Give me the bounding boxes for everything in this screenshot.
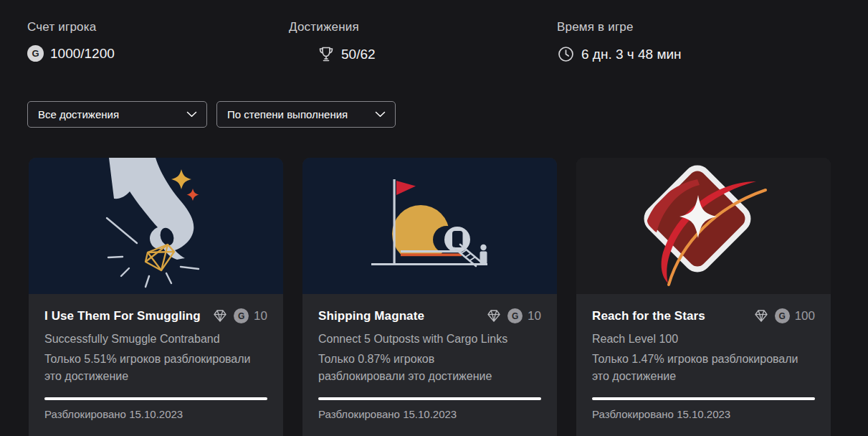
achievement-rarity: Только 0.87% игроков разблокировали это …	[318, 351, 541, 385]
rare-achievement-icon	[213, 309, 227, 323]
stat-gamerscore-value: 1000/1200	[50, 46, 115, 62]
achievement-card-body: Reach for the Stars G 100 Reach Level 10…	[576, 294, 831, 420]
rare-achievement-icon	[487, 309, 501, 323]
filters-row: Все достижения По степени выполнения	[27, 101, 396, 128]
achievement-rarity: Только 5.51% игроков разблокировали это …	[44, 351, 267, 385]
gamerscore-icon: G	[775, 308, 790, 323]
rarity-line-1: Только 5.51% игроков разблокировали	[44, 351, 267, 368]
achievements-page: Счет игрока G 1000/1200 Достижения	[0, 0, 868, 436]
achievement-card-body: I Use Them For Smuggling G 10 Successful…	[29, 294, 283, 420]
progress-bar-fill	[592, 397, 815, 400]
gamerscore-value: 10	[254, 309, 267, 323]
rarity-line-2: разблокировали это достижение	[318, 368, 541, 385]
clock-icon	[557, 45, 575, 63]
unlocked-date: Разблокировано 15.10.2023	[44, 408, 267, 420]
gamerscore-icon: G	[507, 308, 523, 323]
gamerscore-value: 10	[528, 309, 541, 323]
achievement-card-smuggling[interactable]: I Use Them For Smuggling G 10 Successful…	[29, 158, 283, 436]
trophy-icon	[318, 45, 335, 64]
gamerscore-icon: G	[234, 308, 249, 323]
achievement-card-list: I Use Them For Smuggling G 10 Successful…	[29, 158, 831, 436]
rarity-line-2: это достижение	[592, 368, 815, 385]
rarity-line-1: Только 0.87% игроков	[318, 351, 541, 368]
achievement-art-outpost-dome-flag	[302, 158, 557, 294]
red-flag	[396, 181, 416, 195]
base-orange-stripe	[401, 253, 462, 256]
base-slab	[401, 250, 462, 252]
achievement-description: Connect 5 Outposts with Cargo Links	[318, 333, 541, 346]
stat-time-played: Время в игре 6 дн. 3 ч 48 мин	[557, 20, 682, 63]
sparkle-gold	[171, 169, 191, 189]
stat-time-played-label: Время в игре	[557, 20, 682, 34]
gamerscore-value: 100	[795, 309, 815, 323]
achievement-art-star-diamond-badge	[576, 158, 831, 294]
sort-order-dropdown[interactable]: По степени выполнения	[216, 101, 396, 128]
stat-gamerscore: Счет игрока G 1000/1200	[27, 20, 115, 62]
achievement-description: Successfully Smuggle Contraband	[44, 333, 267, 346]
achievement-filter-dropdown[interactable]: Все достижения	[27, 101, 207, 128]
flag-pole	[394, 179, 396, 264]
ground-line	[371, 263, 487, 265]
chevron-down-icon	[186, 111, 197, 118]
gamerscore-icon: G	[27, 45, 44, 62]
achievement-card-body: Shipping Magnate G 10 Connect 5 Outposts…	[302, 294, 557, 420]
progress-bar	[318, 397, 541, 400]
rare-achievement-icon	[754, 309, 768, 323]
stat-achievements-label: Достижения	[289, 20, 376, 34]
achievement-title: I Use Them For Smuggling	[44, 309, 213, 323]
achievement-card-reach-for-the-stars[interactable]: Reach for the Stars G 100 Reach Level 10…	[576, 158, 831, 436]
stat-time-played-value: 6 дн. 3 ч 48 мин	[581, 47, 682, 62]
stat-gamerscore-label: Счет игрока	[27, 20, 115, 34]
sparkle-red	[187, 189, 199, 201]
progress-bar	[44, 397, 267, 400]
unlocked-date: Разблокировано 15.10.2023	[318, 408, 541, 420]
achievement-description: Reach Level 100	[592, 333, 815, 346]
rarity-line-2: это достижение	[44, 368, 267, 385]
rarity-line-1: Только 1.47% игроков разблокировали	[592, 351, 815, 368]
progress-bar-fill	[318, 397, 541, 400]
stat-achievements: Достижения 50/62	[289, 20, 376, 64]
achievement-rarity: Только 1.47% игроков разблокировали это …	[592, 351, 815, 385]
achievement-title: Shipping Magnate	[318, 309, 487, 323]
unlocked-date: Разблокировано 15.10.2023	[592, 408, 815, 420]
stat-achievements-value: 50/62	[341, 47, 376, 62]
progress-bar-fill	[44, 397, 267, 400]
sort-order-value: По степени выполнения	[227, 108, 348, 120]
achievement-filter-value: Все достижения	[38, 108, 119, 120]
person-figure	[480, 245, 486, 250]
achievement-card-shipping-magnate[interactable]: Shipping Magnate G 10 Connect 5 Outposts…	[302, 158, 557, 436]
progress-bar	[592, 397, 815, 400]
achievement-art-hand-dropping-gem	[29, 158, 283, 294]
achievement-title: Reach for the Stars	[592, 309, 754, 323]
chevron-down-icon	[375, 111, 386, 118]
